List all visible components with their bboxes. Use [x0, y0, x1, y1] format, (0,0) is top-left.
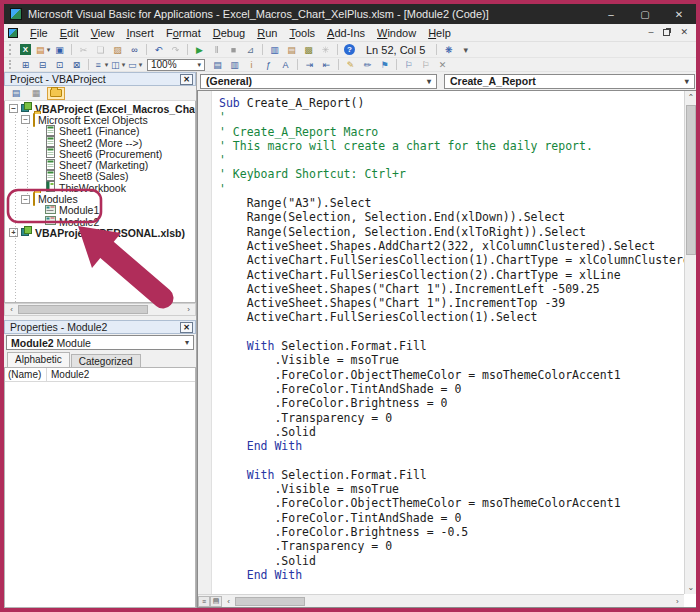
next-bookmark-icon[interactable]: ⚐ [400, 58, 417, 72]
margin-indicator-bar[interactable] [198, 91, 212, 607]
close-button[interactable]: ✕ [662, 4, 696, 24]
tree-item-sheet1-finance[interactable]: Sheet1 (Finance) [5, 126, 195, 137]
view-code-button[interactable]: ▤ [7, 87, 25, 100]
toolbar-separator [297, 59, 298, 70]
run-icon[interactable]: ▶ [191, 43, 208, 57]
collapse-icon[interactable]: − [9, 104, 18, 113]
minimize-button[interactable]: – [594, 4, 628, 24]
scroll-left-icon[interactable]: ‹ [5, 304, 18, 315]
view-object-button[interactable]: ▦ [27, 87, 45, 100]
tree-item-module1[interactable]: Module1 [5, 205, 195, 216]
quick-info-icon[interactable]: i [243, 58, 260, 72]
mdi-minimize-button[interactable]: – [648, 28, 653, 37]
scroll-up-icon[interactable]: ⌃ [685, 91, 697, 104]
paste-icon[interactable]: ▨ [109, 43, 126, 57]
tree-item-vbaproject-personal-xlsb[interactable]: +VBAProject (PERSONAL.xlsb) [5, 227, 195, 238]
insert-userform-icon[interactable]: ▤▾ [34, 43, 51, 57]
bring-to-front-icon[interactable]: ⊞ [17, 58, 34, 72]
code-editor[interactable]: Sub Create_A_Report()'' Create_A_Report … [212, 91, 697, 607]
mdi-close-button[interactable]: ✕ [680, 28, 688, 37]
menu-view[interactable]: View [85, 26, 121, 40]
arrange-buttons-icon[interactable]: ▭▾ [126, 58, 143, 72]
code-vertical-scrollbar[interactable]: ⌃ ⌄ [684, 91, 697, 594]
procedure-dropdown[interactable]: Create_A_Report ▾ [444, 74, 695, 89]
list-constants-icon[interactable]: ▥ [226, 58, 243, 72]
tree-guide-line [15, 115, 16, 303]
project-horizontal-scrollbar[interactable]: ‹ › [4, 303, 196, 316]
tree-item-sheet6-procurement[interactable]: Sheet6 (Procurement) [5, 148, 195, 159]
scroll-right-icon[interactable]: › [671, 595, 684, 607]
tree-item-modules[interactable]: −Modules [5, 193, 195, 204]
center-icon[interactable]: ◫▾ [109, 58, 126, 72]
help-icon[interactable]: ? [341, 43, 358, 57]
toolbar-options-icon[interactable]: ▾ [457, 43, 474, 57]
group-icon[interactable]: ⊡ [51, 58, 68, 72]
property-value[interactable]: Module2 [47, 368, 195, 381]
view-excel-icon[interactable]: X [17, 43, 34, 57]
menu-window[interactable]: Window [371, 26, 422, 40]
property-row[interactable]: (Name)Module2 [5, 368, 195, 382]
toolbar-grip[interactable] [9, 44, 14, 55]
uncomment-block-icon[interactable]: ✏ [359, 58, 376, 72]
menu-tools[interactable]: Tools [283, 26, 321, 40]
list-properties-icon[interactable]: ▤ [209, 58, 226, 72]
design-mode-icon[interactable]: ⊿ [242, 43, 259, 57]
menu-debug[interactable]: Debug [207, 26, 251, 40]
toolbar-separator [337, 44, 338, 55]
maximize-button[interactable]: ▢ [628, 4, 662, 24]
collapse-icon[interactable]: − [21, 115, 30, 124]
toggle-folders-button[interactable] [47, 87, 65, 100]
tree-item-microsoft-excel-objects[interactable]: −Microsoft Excel Objects [5, 114, 195, 125]
menu-run[interactable]: Run [251, 26, 283, 40]
previous-bookmark-icon[interactable]: ⚐ [417, 58, 434, 72]
properties-object-select[interactable]: Module2 Module ▾ [6, 335, 194, 350]
menu-format[interactable]: Format [160, 26, 207, 40]
project-explorer-icon[interactable]: ▥ [266, 43, 283, 57]
save-icon[interactable]: ▣ [51, 43, 68, 57]
close-properties-panel-button[interactable]: ✕ [180, 322, 193, 333]
menu-edit[interactable]: Edit [54, 26, 85, 40]
tab-alphabetic[interactable]: Alphabetic [7, 352, 70, 367]
scroll-right-icon[interactable]: › [182, 304, 195, 315]
ungroup-icon[interactable]: ⊠ [68, 58, 85, 72]
close-project-panel-button[interactable]: ✕ [180, 74, 193, 85]
menu-add-ins[interactable]: Add-Ins [321, 26, 371, 40]
indent-icon[interactable]: ⇥ [301, 58, 318, 72]
find-icon[interactable]: ∞ [126, 43, 143, 57]
menu-file[interactable]: File [24, 26, 54, 40]
menu-help[interactable]: Help [422, 26, 457, 40]
tree-item-sheet8-sales[interactable]: Sheet8 (Sales) [5, 171, 195, 182]
tree-item-module2[interactable]: Module2 [5, 216, 195, 227]
scrollbar-thumb[interactable] [18, 305, 148, 314]
complete-word-icon[interactable]: A [277, 58, 294, 72]
full-module-view-button[interactable]: ▤ [210, 596, 222, 607]
menu-insert[interactable]: Insert [120, 26, 160, 40]
zoom-select[interactable]: 100% ▾ [147, 59, 205, 71]
code-horizontal-scrollbar[interactable]: ≡ ▤ ‹ › [198, 594, 684, 607]
mdi-restore-button[interactable] [663, 29, 670, 36]
collapse-icon[interactable]: − [21, 195, 30, 204]
tree-item-sheet7-marketing[interactable]: Sheet7 (Marketing) [5, 159, 195, 170]
scrollbar-thumb[interactable] [686, 105, 696, 255]
undo-icon[interactable]: ↶ [150, 43, 167, 57]
parameter-info-icon[interactable]: ƒ [260, 58, 277, 72]
object-browser-icon[interactable]: ▩ [300, 43, 317, 57]
break-icon: ‖ [208, 43, 225, 57]
align-icon[interactable]: ≡▾ [92, 58, 109, 72]
object-dropdown[interactable]: (General) ▾ [200, 74, 437, 89]
tab-categorized[interactable]: Categorized [71, 354, 141, 367]
outdent-icon[interactable]: ⇤ [318, 58, 335, 72]
scroll-left-icon[interactable]: ‹ [222, 595, 235, 607]
comment-block-icon[interactable]: ✎ [342, 58, 359, 72]
tree-item-sheet2-more[interactable]: Sheet2 (More -->) [5, 137, 195, 148]
scrollbar-thumb[interactable] [235, 597, 305, 606]
additional-tools-icon[interactable]: ❋ [440, 43, 457, 57]
properties-window-icon[interactable]: ▤ [283, 43, 300, 57]
clear-bookmarks-icon[interactable]: ✕ [434, 58, 451, 72]
procedure-view-button[interactable]: ≡ [198, 596, 210, 607]
send-to-back-icon[interactable]: ⊟ [34, 58, 51, 72]
scroll-down-icon[interactable]: ⌄ [685, 581, 697, 594]
toggle-bookmark-icon[interactable]: ⚑ [376, 58, 393, 72]
expand-icon[interactable]: + [9, 228, 18, 237]
toolbar-grip[interactable] [9, 60, 14, 69]
